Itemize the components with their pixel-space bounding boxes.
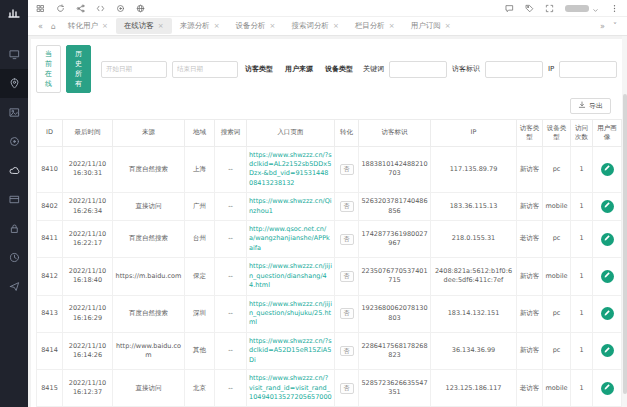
expand-icon[interactable]	[545, 4, 554, 13]
col-header-7: 访客标识	[359, 120, 431, 147]
pencil-icon	[604, 309, 611, 319]
sidebar-item-clock-icon[interactable]	[0, 243, 28, 272]
visitor-id-input[interactable]	[485, 61, 543, 78]
tab-close-icon[interactable]: ×	[102, 22, 108, 30]
tab-bar: « ⌂ 转化用户×在线访客×来源分析×设备分析×搜索词分析×栏目分析×用户订阅×…	[28, 17, 627, 36]
convert-badge: 否	[340, 164, 354, 175]
entry-page-link[interactable]: https://www.shwzzz.cn/jijin_question/shu…	[249, 300, 332, 327]
sidebar-item-cloud-icon[interactable]	[0, 156, 28, 185]
code-icon[interactable]	[96, 4, 105, 13]
user-name-redacted	[565, 5, 589, 12]
edit-profile-button[interactable]	[601, 382, 614, 395]
cell-device-type: mobile	[543, 193, 571, 221]
export-button[interactable]: 导出	[570, 98, 611, 114]
chat-icon[interactable]	[505, 4, 514, 13]
cell-user-profile	[593, 221, 622, 258]
edit-profile-button[interactable]	[601, 163, 614, 176]
visitor-type-select[interactable]: 访客类型	[243, 64, 278, 74]
col-header-12: 用户画像	[593, 120, 622, 147]
tabs-dropdown-icon[interactable]: ˅	[609, 22, 621, 31]
cell-ip: 36.134.36.99	[431, 332, 517, 369]
tab-2[interactable]: 来源分析×	[172, 18, 228, 34]
tab-close-icon[interactable]: ×	[214, 22, 220, 30]
vertical-scrollbar[interactable]	[622, 36, 627, 407]
sidebar-item-panel-icon[interactable]	[0, 185, 28, 214]
tab-close-icon[interactable]: ×	[445, 22, 451, 30]
user-source-select-label: 用户来源	[285, 64, 313, 74]
cell-ip: 2408:821a:5612:b1f0:6dee:5df6:411c:7ef	[431, 258, 517, 295]
more-vertical-icon[interactable]	[610, 4, 619, 13]
tab-close-icon[interactable]: ×	[389, 22, 395, 30]
tabs-collapse-icon[interactable]: «	[34, 22, 47, 31]
toolbar-row: 导出	[36, 98, 611, 114]
edit-profile-button[interactable]	[601, 307, 614, 320]
globe-icon[interactable]	[136, 4, 145, 13]
cell-visit-count: 1	[571, 221, 593, 258]
cell-convert: 否	[335, 332, 359, 369]
edit-profile-button[interactable]	[601, 233, 614, 246]
cell-entry-page: https://www.shwzzz.cn/jijin_question/shu…	[247, 295, 335, 332]
sidebar-item-location-pin-icon[interactable]	[0, 69, 28, 98]
cell-visitor-type: 新访客	[517, 332, 543, 369]
app-logo[interactable]	[0, 0, 28, 26]
edit-profile-button[interactable]	[601, 344, 614, 357]
tab-close-icon[interactable]: ×	[158, 22, 164, 30]
cell-keyword: --	[215, 258, 247, 295]
tab-4[interactable]: 搜索词分析×	[283, 18, 346, 34]
sidebar-item-image-icon[interactable]	[0, 98, 28, 127]
device-type-select[interactable]: 设备类型	[323, 64, 358, 74]
cell-user-profile	[593, 370, 622, 407]
col-header-0: ID	[37, 120, 63, 147]
entry-page-link[interactable]: http://www.qsoc.net.cn/a/wangzhanjianshe…	[249, 225, 330, 252]
tab-5[interactable]: 栏目分析×	[347, 18, 403, 34]
cell-keyword: --	[215, 332, 247, 369]
user-menu[interactable]	[565, 0, 599, 18]
scrollbar-thumb[interactable]	[623, 94, 627, 394]
entry-page-link[interactable]: https://www.shwzzz.cn/?sdclkid=AL2z152sb…	[249, 151, 332, 187]
target-dot-icon[interactable]	[116, 4, 125, 13]
entry-page-link[interactable]: https://www.shwzzz.cn/?sdclkid=A52D15eR1…	[249, 337, 332, 364]
entry-page-link[interactable]: https://www.shwzzz.cn/?visit_rand_id=vis…	[249, 374, 332, 401]
col-header-2: 来源	[113, 120, 185, 147]
current-online-button[interactable]: 当前在线	[36, 45, 61, 93]
tab-3[interactable]: 设备分析×	[228, 18, 284, 34]
edit-profile-button[interactable]	[601, 200, 614, 213]
tab-1[interactable]: 在线访客×	[116, 18, 172, 34]
cell-visit-count: 1	[571, 193, 593, 221]
convert-badge: 否	[340, 383, 354, 394]
history-all-button[interactable]: 历史所有	[66, 45, 91, 93]
refresh-icon[interactable]	[56, 4, 65, 13]
tab-label: 栏目分析	[355, 21, 385, 31]
ip-input[interactable]	[559, 61, 617, 78]
menu-grid-icon[interactable]	[36, 4, 45, 13]
visitor-type-select-label: 访客类型	[245, 64, 273, 74]
tag-icon[interactable]	[525, 4, 534, 13]
sidebar-item-target-icon[interactable]	[0, 127, 28, 156]
cell-user-profile	[593, 193, 622, 221]
tab-0[interactable]: 转化用户×	[60, 18, 116, 34]
entry-page-link[interactable]: https://www.shwzzz.cn/Qinzhou1	[249, 197, 332, 214]
edit-profile-button[interactable]	[601, 270, 614, 283]
tab-close-icon[interactable]: ×	[333, 22, 339, 30]
home-tab-icon[interactable]: ⌂	[47, 22, 60, 31]
convert-badge: 否	[340, 271, 354, 282]
table-row: 84152022/11/1016:12:37直接访问北京--https://ww…	[37, 370, 622, 407]
user-source-select[interactable]: 用户来源	[283, 64, 318, 74]
tab-6[interactable]: 用户订阅×	[403, 18, 459, 34]
tabs-overflow-icon[interactable]: »	[596, 22, 609, 31]
sidebar-item-send-icon[interactable]	[0, 272, 28, 301]
tab-label: 来源分析	[180, 21, 210, 31]
sidebar-item-monitor-icon[interactable]	[0, 40, 28, 69]
content-area: 当前在线 历史所有 访客类型 用户来源 设备类型 关键词 访客标识 IP	[28, 36, 627, 407]
sidebar-item-lock-icon[interactable]	[0, 214, 28, 243]
start-date-input[interactable]	[101, 61, 167, 78]
cell-visit-count: 1	[571, 295, 593, 332]
entry-page-link[interactable]: https://www.shwzzz.cn/jijin_question/dia…	[249, 262, 332, 289]
export-label: 导出	[589, 101, 603, 111]
share-icon[interactable]	[76, 4, 85, 13]
tab-close-icon[interactable]: ×	[270, 22, 276, 30]
keyword-input[interactable]	[389, 61, 447, 78]
pencil-icon	[604, 271, 611, 281]
end-date-input[interactable]	[172, 61, 238, 78]
cell-visitor-id: 1742877361980027967	[359, 221, 431, 258]
